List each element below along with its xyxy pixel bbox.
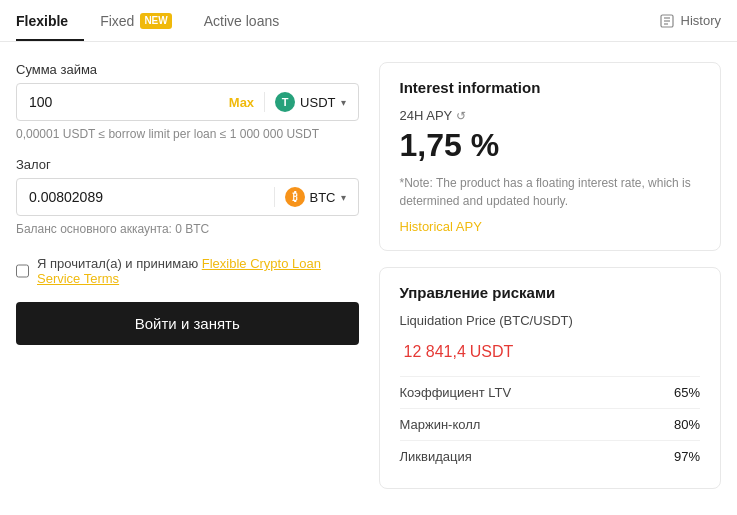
liquidation-value-row: 12 841,4USDT: [400, 332, 701, 364]
btc-icon: ₿: [285, 187, 305, 207]
new-badge: NEW: [140, 13, 171, 29]
collateral-input-row: ₿ BTC ▾: [16, 178, 359, 216]
note-text: *Note: The product has a floating intere…: [400, 174, 701, 210]
interest-card-title: Interest information: [400, 79, 701, 96]
left-panel: Сумма займа Max T USDT ▾ 0,00001 USDT ≤ …: [16, 62, 359, 489]
risk-row-ltv: Коэффициент LTV 65%: [400, 376, 701, 408]
risk-card-title: Управление рисками: [400, 284, 701, 301]
historical-apy-link[interactable]: Historical APY: [400, 219, 482, 234]
chevron-down-icon: ▾: [341, 97, 346, 108]
risk-row-ltv-label: Коэффициент LTV: [400, 385, 512, 400]
risk-rows: Коэффициент LTV 65% Маржин-колл 80% Ликв…: [400, 376, 701, 472]
collateral-currency-name: BTC: [310, 190, 336, 205]
history-label: History: [681, 13, 721, 28]
liquidation-currency: USDT: [470, 343, 514, 360]
liquidation-label: Liquidation Price (BTC/USDT): [400, 313, 701, 328]
terms-checkbox-row: Я прочитал(а) и принимаю Flexible Crypto…: [16, 256, 359, 286]
apy-label-text: 24H APY: [400, 108, 453, 123]
right-panel: Interest information 24H APY ↺ 1,75 % *N…: [379, 62, 722, 489]
tabs: Flexible Fixed NEW Active loans: [16, 0, 295, 41]
terms-checkbox[interactable]: [16, 264, 29, 278]
terms-text: Я прочитал(а) и принимаю Flexible Crypto…: [37, 256, 359, 286]
loan-hint: 0,00001 USDT ≤ borrow limit per loan ≤ 1…: [16, 127, 359, 141]
apy-refresh-icon: ↺: [456, 109, 466, 123]
risk-row-liq-label: Ликвидация: [400, 449, 472, 464]
risk-row-ltv-value: 65%: [674, 385, 700, 400]
loan-currency-selector[interactable]: T USDT ▾: [264, 92, 345, 112]
balance-text: Баланс основного аккаунта: 0 BTC: [16, 222, 359, 236]
usdt-icon: T: [275, 92, 295, 112]
risk-row-margin: Маржин-колл 80%: [400, 408, 701, 440]
interest-card: Interest information 24H APY ↺ 1,75 % *N…: [379, 62, 722, 251]
risk-row-liq-value: 97%: [674, 449, 700, 464]
liquidation-price: 12 841,4: [404, 343, 466, 360]
risk-row-margin-label: Маржин-колл: [400, 417, 481, 432]
submit-button[interactable]: Войти и занять: [16, 302, 359, 345]
risk-row-liquidation: Ликвидация 97%: [400, 440, 701, 472]
tab-flexible[interactable]: Flexible: [16, 0, 84, 41]
checkbox-prefix: Я прочитал(а) и принимаю: [37, 256, 202, 271]
loan-input-row: Max T USDT ▾: [16, 83, 359, 121]
collateral-input[interactable]: [29, 189, 274, 205]
collateral-label: Залог: [16, 157, 359, 172]
collateral-currency-selector[interactable]: ₿ BTC ▾: [274, 187, 346, 207]
loan-input[interactable]: [29, 94, 229, 110]
tab-active-loans[interactable]: Active loans: [188, 0, 295, 41]
chevron-down-icon-2: ▾: [341, 192, 346, 203]
risk-row-margin-value: 80%: [674, 417, 700, 432]
history-icon: [660, 13, 676, 29]
tab-flexible-label: Flexible: [16, 13, 68, 29]
tab-active-loans-label: Active loans: [204, 13, 279, 29]
max-button[interactable]: Max: [229, 95, 254, 110]
apy-value: 1,75 %: [400, 127, 701, 164]
apy-label-row: 24H APY ↺: [400, 108, 701, 123]
tab-fixed-label: Fixed: [100, 13, 134, 29]
risk-card: Управление рисками Liquidation Price (BT…: [379, 267, 722, 489]
loan-currency-name: USDT: [300, 95, 335, 110]
header: Flexible Fixed NEW Active loans History: [0, 0, 737, 42]
loan-label: Сумма займа: [16, 62, 359, 77]
history-button[interactable]: History: [660, 13, 721, 29]
tab-fixed[interactable]: Fixed NEW: [84, 0, 188, 41]
